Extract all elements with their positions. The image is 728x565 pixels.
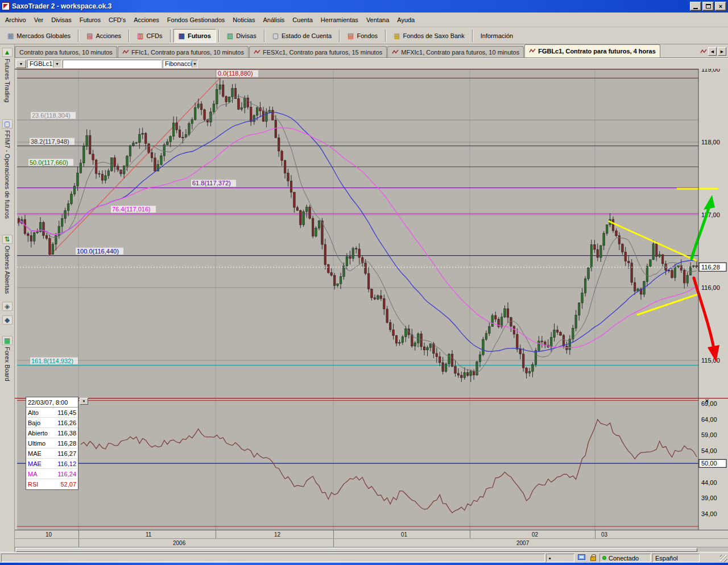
open-orders-icon: ⇅ — [2, 235, 13, 244]
sidebar-item-ordenes-abiertas[interactable]: ⇅Ordenes Abiertas — [2, 235, 13, 294]
saxo-funds-icon: ▩ — [394, 32, 400, 39]
forex-icon: ▧ — [227, 32, 233, 39]
svg-text:34,00: 34,00 — [701, 510, 717, 517]
info-row-ma: MA116,24 — [26, 469, 78, 479]
toolbar-button-divisas[interactable]: ▧Divisas — [222, 29, 262, 43]
menu-item-futuros[interactable]: Futuros — [76, 13, 105, 27]
menu-item-archivo[interactable]: Archivo — [1, 13, 30, 27]
funds-icon: ▤ — [348, 32, 354, 39]
menu-item-acciones[interactable]: Acciones — [130, 13, 163, 27]
menu-item-ventana[interactable]: Ventana — [362, 13, 393, 27]
toolbar-button-estado-de-cuenta[interactable]: ▢Estado de Cuenta — [267, 29, 337, 43]
toolbar-button-label: CFDs — [146, 32, 162, 39]
save-icon: ◈ — [2, 302, 13, 311]
chart-menu-button[interactable]: ▼ — [16, 60, 26, 68]
connection-label: Conectado — [609, 555, 639, 562]
svg-text:44,00: 44,00 — [701, 479, 717, 486]
network-icon[interactable] — [578, 554, 585, 560]
svg-text:118,00: 118,00 — [701, 139, 720, 146]
menu-item-cfd-s[interactable]: CFD's — [105, 13, 130, 27]
menu-item-cuenta[interactable]: Cuenta — [288, 13, 316, 27]
title-bar[interactable]: SaxoTrader 2 - workspace.ok.3 × — [0, 0, 728, 13]
menu-item-an-lisis[interactable]: Análisis — [259, 13, 288, 27]
menu-bar: ArchivoVerDivisasFuturosCFD'sAccionesFon… — [0, 13, 728, 27]
menu-item-herramientas[interactable]: Herramientas — [317, 13, 362, 27]
tab-scroll-controls: ◀▶ — [700, 47, 726, 56]
time-axis-label: 01 — [401, 531, 407, 538]
sidebar-item-forex-board[interactable]: ▦Forex Board — [2, 336, 13, 381]
chevron-down-icon[interactable]: ▼ — [192, 60, 197, 68]
toolbar-button-label: Estado de Cuenta — [282, 32, 332, 39]
info-row-label: RSI — [28, 479, 38, 489]
menu-item-noticias[interactable]: Noticias — [229, 13, 259, 27]
info-row-ultimo: Ultimo116,28 — [26, 438, 78, 448]
info-row-label: Abierto — [28, 428, 48, 438]
time-axis-label: 10 — [46, 531, 52, 538]
menu-item-ayuda[interactable]: Ayuda — [393, 13, 419, 27]
lock-icon[interactable] — [590, 556, 596, 561]
svg-text:50.0(117,660): 50.0(117,660) — [30, 159, 68, 166]
toolbar-button-label: Fondos — [357, 32, 378, 39]
close-button[interactable]: × — [715, 2, 726, 11]
toolbar-button-label: Mercados Globales — [16, 32, 71, 39]
connection-led-icon — [602, 556, 606, 560]
chevron-down-icon[interactable]: ▼ — [53, 60, 61, 68]
drawing-tool-value: Fibonacci — [163, 60, 192, 68]
toolbar-button-futuros[interactable]: ▦Futuros — [173, 29, 216, 43]
chart-tab-label: MFXIc1, Contrato para futuros, 10 minuto… — [401, 49, 519, 56]
resize-grip[interactable] — [720, 555, 727, 562]
toolbar-button-fondos-de-saxo-bank[interactable]: ▩Fondos de Saxo Bank — [388, 29, 470, 43]
symbol-select-value: FGBLc1 — [28, 60, 53, 68]
drawing-tool-select[interactable]: Fibonacci ▼ — [163, 60, 198, 68]
sidebar-item-save-icon[interactable]: ◈ — [2, 302, 13, 311]
toolbar: ▦Mercados Globales▤Acciones▥CFDs▦Futuros… — [0, 27, 728, 44]
info-row-value: 116,26 — [57, 418, 76, 427]
symbol-select[interactable]: FGBLc1 ▼ — [27, 60, 61, 68]
diamond-icon: ◆ — [2, 315, 13, 325]
year-axis-label: 2007 — [516, 540, 529, 546]
svg-text:100.0(116,440): 100.0(116,440) — [77, 248, 119, 255]
menu-item-ver[interactable]: Ver — [30, 13, 48, 27]
indicator-close-button[interactable]: × — [703, 397, 711, 405]
scrollbar-thumb[interactable] — [16, 548, 697, 552]
tab-scroll-right-button[interactable]: ▶ — [718, 47, 726, 56]
maximize-button[interactable] — [702, 2, 714, 11]
toolbar-button-fondos[interactable]: ▤Fondos — [342, 29, 383, 43]
chart-tab-contrato-para-futuros-10-minut[interactable]: Contrato para futuros, 10 minutos — [15, 46, 117, 57]
tab-scroll-left-button[interactable]: ◀ — [708, 47, 717, 56]
price-chart[interactable]: 119,00118,00117,00116,00115,000.0(118,88… — [15, 69, 728, 398]
side-panel-tabs: ▲Futures Trading▢FFIM7 - Operaciones de … — [0, 44, 15, 552]
menu-item-fondos-gestionados[interactable]: Fondos Gestionados — [163, 13, 229, 27]
info-row-label: Ultimo — [28, 438, 46, 448]
sidebar-item-ffim7-operaciones-de-futuros[interactable]: ▢FFIM7 - Operaciones de futuros — [2, 119, 13, 219]
chart-tab-fgblc1-contrato-para-futuros-4[interactable]: FGBLc1, Contrato para futuros, 4 horas — [524, 44, 660, 57]
svg-text:115,00: 115,00 — [701, 357, 720, 364]
sidebar-item-diamond-icon[interactable]: ◆ — [2, 315, 13, 325]
toolbar-separator — [264, 30, 265, 42]
svg-text:116,28: 116,28 — [701, 264, 720, 271]
toolbar-button-label: Información — [481, 32, 513, 39]
sidebar-item-futures-trading[interactable]: ▲Futures Trading — [2, 48, 13, 102]
toolbar-button-acciones[interactable]: ▤Acciones — [81, 29, 126, 43]
toolbar-button-mercados-globales[interactable]: ▦Mercados Globales — [2, 29, 76, 43]
chart-scrollbar[interactable] — [15, 547, 728, 552]
time-axis-label: 03 — [601, 531, 607, 538]
info-panel-dropdown-button[interactable]: ▼ — [80, 398, 88, 405]
toolbar-button-informaci-n[interactable]: Información — [475, 29, 518, 43]
toolbar-button-cfds[interactable]: ▥CFDs — [132, 29, 167, 43]
chart-tab-mfxic1-contrato-para-futuros-1[interactable]: MFXIc1, Contrato para futuros, 10 minuto… — [387, 46, 524, 57]
time-axis-divider — [470, 530, 470, 538]
chart-tab-label: FFIc1, Contrato para futuros, 10 minutos — [131, 49, 244, 56]
menu-item-divisas[interactable]: Divisas — [47, 13, 75, 27]
rsi-indicator-pane[interactable]: 69,0064,0059,0054,0044,0039,0034,0050,00 — [15, 398, 728, 530]
minimize-button[interactable] — [690, 2, 701, 11]
svg-text:39,00: 39,00 — [701, 495, 717, 501]
futures-icon: ▦ — [179, 32, 185, 39]
futures-operations-icon: ▢ — [2, 119, 13, 128]
chart-squiggle-icon — [392, 49, 399, 56]
chart-tab-ffic1-contrato-para-futuros-10[interactable]: FFIc1, Contrato para futuros, 10 minutos — [118, 46, 249, 57]
chart-tab-fesxc1-contrato-para-futuros-1[interactable]: FESXc1, Contrato para futuros, 15 minuto… — [249, 46, 387, 57]
year-axis-divider — [333, 539, 334, 547]
info-row-label: Bajo — [28, 418, 40, 427]
chart-input-field[interactable] — [63, 60, 162, 68]
